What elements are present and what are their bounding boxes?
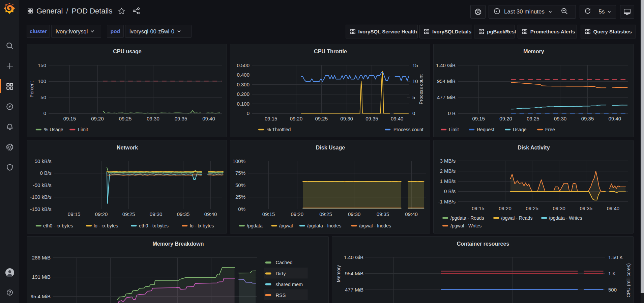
svg-text:95.4 MiB: 95.4 MiB <box>31 294 51 299</box>
svg-text:RSS: RSS <box>276 293 286 298</box>
svg-text:500: 500 <box>608 287 617 293</box>
svg-text:09:30: 09:30 <box>553 205 565 211</box>
svg-text:09:25: 09:25 <box>315 116 328 121</box>
svg-text:0%: 0% <box>238 206 245 212</box>
svg-text:0 B/s: 0 B/s <box>444 188 456 194</box>
svg-text:Memory Breakdown: Memory Breakdown <box>152 241 204 247</box>
svg-text:50: 50 <box>40 94 46 100</box>
svg-text:09:15: 09:15 <box>262 211 275 217</box>
svg-text:09:35: 09:35 <box>365 116 378 121</box>
svg-text:09:20: 09:20 <box>91 116 104 121</box>
svg-text:09:30: 09:30 <box>348 211 361 217</box>
svg-text:10: 10 <box>412 78 418 84</box>
svg-text:50%: 50% <box>235 182 245 188</box>
svg-text:1 K: 1 K <box>608 271 616 276</box>
svg-text:09:15: 09:15 <box>472 205 485 211</box>
svg-text:09:40: 09:40 <box>609 116 621 121</box>
svg-text:09:35: 09:35 <box>580 205 593 211</box>
svg-text:Cached: Cached <box>276 260 293 265</box>
svg-text:0: 0 <box>247 110 250 116</box>
svg-text:09:25: 09:25 <box>119 116 132 121</box>
svg-text:09:40: 09:40 <box>405 211 418 217</box>
svg-text:286 MiB: 286 MiB <box>32 255 51 260</box>
svg-text:09:20: 09:20 <box>291 211 304 217</box>
svg-text:3 MB/s: 3 MB/s <box>440 158 456 164</box>
svg-text:09:40: 09:40 <box>204 211 217 217</box>
svg-text:Free: Free <box>545 127 555 132</box>
svg-text:09:25: 09:25 <box>527 116 539 121</box>
svg-text:0 B: 0 B <box>448 110 456 116</box>
svg-text:09:20: 09:20 <box>499 116 512 121</box>
svg-text:09:15: 09:15 <box>265 116 277 121</box>
svg-text:Disk Usage: Disk Usage <box>316 145 345 150</box>
svg-text:% Throttled: % Throttled <box>267 127 291 132</box>
svg-text:09:35: 09:35 <box>177 211 190 217</box>
svg-text:15: 15 <box>412 62 418 68</box>
svg-text:09:15: 09:15 <box>63 116 76 121</box>
svg-text:09:40: 09:40 <box>202 116 215 121</box>
svg-text:Network: Network <box>117 145 138 150</box>
svg-text:75%: 75% <box>235 170 245 176</box>
svg-text:09:30: 09:30 <box>147 116 159 121</box>
svg-text:-100 kB/s: -100 kB/s <box>30 194 51 200</box>
svg-text:Limit: Limit <box>449 127 459 132</box>
svg-text:-1 MB/s: -1 MB/s <box>438 199 456 204</box>
svg-text:eth0 - tx bytes: eth0 - tx bytes <box>139 223 169 228</box>
svg-text:Container resources: Container resources <box>457 241 509 247</box>
svg-text:0 B/s: 0 B/s <box>40 170 52 176</box>
svg-text:0.500: 0.500 <box>237 62 250 68</box>
svg-text:Memory: Memory <box>523 49 544 54</box>
svg-text:25%: 25% <box>235 194 245 200</box>
svg-text:0: 0 <box>43 110 46 116</box>
svg-text:191 MiB: 191 MiB <box>32 274 51 280</box>
svg-text:09:15: 09:15 <box>68 211 81 217</box>
svg-text:/pgwal - Writes: /pgwal - Writes <box>450 223 481 228</box>
svg-text:/pgwal: /pgwal <box>279 223 293 228</box>
svg-text:-50 kB/s: -50 kB/s <box>33 182 52 188</box>
svg-text:09:15: 09:15 <box>472 116 485 121</box>
svg-text:09:35: 09:35 <box>175 116 187 121</box>
svg-text:Percent: Percent <box>29 81 34 98</box>
svg-text:09:30: 09:30 <box>554 116 567 121</box>
svg-text:09:20: 09:20 <box>499 205 511 211</box>
svg-text:09:20: 09:20 <box>95 211 108 217</box>
svg-text:Process count: Process count <box>393 127 423 132</box>
svg-text:lo - tx bytes: lo - tx bytes <box>190 223 214 228</box>
svg-text:09:35: 09:35 <box>581 116 594 121</box>
svg-text:09:20: 09:20 <box>290 116 303 121</box>
svg-text:CPU usage: CPU usage <box>113 49 142 54</box>
svg-text:1.50 K: 1.50 K <box>608 254 623 260</box>
svg-text:09:30: 09:30 <box>150 211 163 217</box>
svg-text:-150 kB/s: -150 kB/s <box>30 206 51 212</box>
svg-text:/pgdata - Inodes: /pgdata - Inodes <box>307 223 341 228</box>
svg-text:CPU Throttle: CPU Throttle <box>314 49 347 54</box>
svg-text:1 MB/s: 1 MB/s <box>440 178 456 184</box>
svg-text:09:25: 09:25 <box>319 211 332 217</box>
svg-text:1.40 GiB: 1.40 GiB <box>436 62 456 68</box>
svg-text:477 MiB: 477 MiB <box>437 94 456 100</box>
svg-text:150: 150 <box>38 62 46 68</box>
svg-text:0: 0 <box>412 110 415 116</box>
svg-text:0.300: 0.300 <box>237 82 250 87</box>
svg-text:5: 5 <box>412 94 415 100</box>
svg-text:/pgdata - Reads: /pgdata - Reads <box>450 215 484 221</box>
svg-text:eth0 - rx bytes: eth0 - rx bytes <box>43 223 73 228</box>
svg-text:0.100: 0.100 <box>237 101 250 107</box>
svg-text:09:30: 09:30 <box>340 116 353 121</box>
svg-text:100%: 100% <box>233 158 245 164</box>
svg-text:477 MiB: 477 MiB <box>345 287 363 293</box>
svg-text:% Usage: % Usage <box>44 127 63 132</box>
svg-text:2 MB/s: 2 MB/s <box>440 168 456 174</box>
svg-text:Disk Activity: Disk Activity <box>518 145 550 150</box>
svg-text:shared mem: shared mem <box>276 282 303 287</box>
svg-text:100: 100 <box>38 78 46 84</box>
svg-text:Request: Request <box>477 127 494 132</box>
svg-text:09:35: 09:35 <box>377 211 389 217</box>
svg-text:Memory: Memory <box>336 265 341 282</box>
svg-text:lo - rx bytes: lo - rx bytes <box>94 223 118 228</box>
svg-text:50 kB/s: 50 kB/s <box>35 158 52 164</box>
svg-text:09:25: 09:25 <box>122 211 135 217</box>
svg-text:09:40: 09:40 <box>391 116 404 121</box>
svg-text:0.400: 0.400 <box>237 72 250 78</box>
svg-text:/pgdata - Writes: /pgdata - Writes <box>549 215 582 221</box>
